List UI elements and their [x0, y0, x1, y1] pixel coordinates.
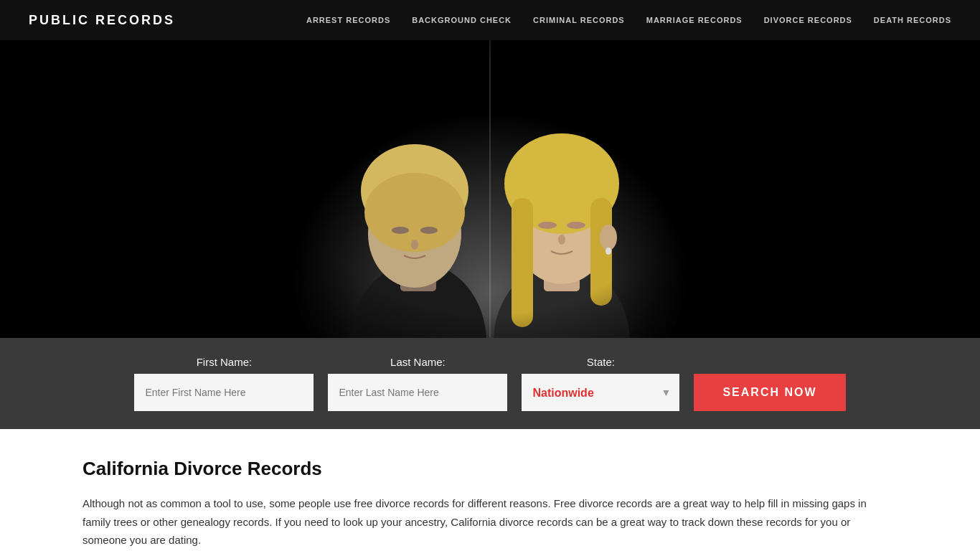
- site-logo: PUBLIC RECORDS: [29, 13, 175, 28]
- first-name-group: First Name:: [134, 356, 314, 411]
- main-nav: ARREST RECORDS BACKGROUND CHECK CRIMINAL…: [306, 16, 951, 24]
- nav-arrest-records[interactable]: ARREST RECORDS: [306, 16, 390, 24]
- nav-criminal-records[interactable]: CRIMINAL RECORDS: [533, 16, 625, 24]
- hero-image: [275, 40, 705, 338]
- search-now-button[interactable]: SEARCH NOW: [694, 374, 845, 411]
- search-bar: First Name: Last Name: State: Nationwide…: [0, 338, 980, 429]
- state-group: State: Nationwide Alabama Alaska Arizona…: [522, 356, 679, 411]
- first-name-input[interactable]: [134, 374, 314, 411]
- last-name-group: Last Name:: [328, 356, 507, 411]
- nav-marriage-records[interactable]: MARRIAGE RECORDS: [646, 16, 743, 24]
- last-name-input[interactable]: [328, 374, 507, 411]
- page-title: California Divorce Records: [83, 458, 897, 480]
- state-label: State:: [522, 356, 679, 368]
- nav-divorce-records[interactable]: DIVORCE RECORDS: [764, 16, 852, 24]
- svg-rect-22: [275, 40, 705, 338]
- main-content: California Divorce Records Although not …: [0, 429, 980, 551]
- nav-death-records[interactable]: DEATH RECORDS: [874, 16, 951, 24]
- site-header: PUBLIC RECORDS ARREST RECORDS BACKGROUND…: [0, 0, 980, 40]
- hero-section: [0, 40, 980, 338]
- intro-paragraph: Although not as common a tool to use, so…: [83, 494, 897, 550]
- last-name-label: Last Name:: [328, 356, 507, 368]
- hero-couple-svg: [275, 40, 705, 338]
- state-select[interactable]: Nationwide Alabama Alaska Arizona Arkans…: [522, 374, 679, 411]
- state-select-wrapper: Nationwide Alabama Alaska Arizona Arkans…: [522, 374, 679, 411]
- nav-background-check[interactable]: BACKGROUND CHECK: [412, 16, 512, 24]
- first-name-label: First Name:: [134, 356, 314, 368]
